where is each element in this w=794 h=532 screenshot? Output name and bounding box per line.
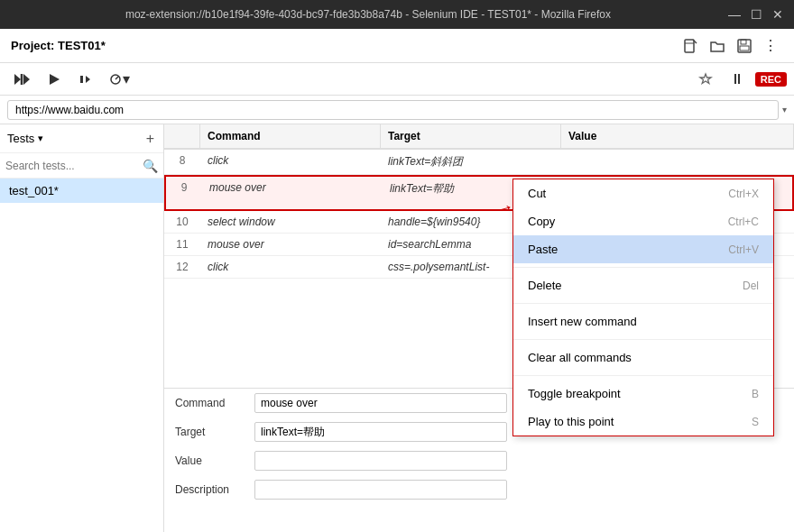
paste-label: Paste <box>528 243 558 256</box>
cell-row-num: 12 <box>164 256 200 278</box>
svg-marker-6 <box>14 74 21 85</box>
new-file-button[interactable] <box>677 34 704 58</box>
project-label: Project: <box>11 39 54 52</box>
feedback-icon <box>697 71 714 87</box>
project-name: TEST01* <box>58 39 106 52</box>
cell-command: select window <box>200 211 381 233</box>
paste-shortcut: Ctrl+V <box>728 243 759 256</box>
dislike-button[interactable] <box>692 68 719 91</box>
url-input[interactable] <box>7 100 779 120</box>
col-value: Value <box>561 124 794 148</box>
copy-label: Copy <box>528 215 555 228</box>
cut-label: Cut <box>528 187 546 200</box>
value-label: Value <box>175 454 247 467</box>
titlebar-title: moz-extension://b10e1f94-39fe-403d-bc97-… <box>9 8 727 21</box>
cell-row-num: 11 <box>164 234 200 255</box>
run-all-button[interactable] <box>7 69 36 90</box>
play-to-point-label: Play to this point <box>528 415 614 428</box>
titlebar-controls: — ☐ ✕ <box>727 7 785 22</box>
app-header: Project: TEST01* ⋮ <box>0 29 794 63</box>
minimize-button[interactable]: — <box>727 7 742 22</box>
sidebar-tests-label: Tests <box>7 132 34 145</box>
context-menu-play-to-point[interactable]: Play to this point S <box>513 408 773 436</box>
svg-marker-9 <box>50 74 60 85</box>
save-icon <box>736 38 752 54</box>
menu-divider-4 <box>513 375 773 376</box>
toggle-breakpoint-shortcut: B <box>752 388 759 400</box>
play-to-point-shortcut: S <box>752 416 759 428</box>
close-button[interactable]: ✕ <box>771 7 785 22</box>
cut-shortcut: Ctrl+X <box>728 188 759 200</box>
context-menu-toggle-breakpoint[interactable]: Toggle breakpoint B <box>513 380 773 408</box>
form-row-description: Description <box>164 475 794 504</box>
col-command: Command <box>200 124 381 148</box>
cell-value <box>561 150 794 174</box>
more-options-button[interactable]: ⋮ <box>758 33 783 58</box>
open-folder-icon <box>709 38 725 54</box>
menu-divider-2 <box>513 303 773 304</box>
context-menu-insert[interactable]: Insert new command <box>513 307 773 335</box>
context-menu-paste[interactable]: Paste Ctrl+V <box>513 235 773 263</box>
menu-divider-3 <box>513 339 773 340</box>
sidebar-item-label: test_001* <box>9 184 59 197</box>
toolbar: ▾ ⏸ REC <box>0 63 794 96</box>
titlebar: moz-extension://b10e1f94-39fe-403d-bc97-… <box>0 0 794 29</box>
sidebar-chevron[interactable]: ▾ <box>38 133 43 144</box>
description-input[interactable] <box>254 480 507 500</box>
context-menu-delete[interactable]: Delete Del <box>513 271 773 299</box>
add-test-button[interactable]: + <box>144 129 156 149</box>
sidebar-header: Tests ▾ + <box>0 124 163 153</box>
delete-shortcut: Del <box>743 280 759 292</box>
context-menu-cut[interactable]: Cut Ctrl+X <box>513 179 773 207</box>
maximize-button[interactable]: ☐ <box>749 7 763 22</box>
description-label: Description <box>175 483 247 496</box>
svg-rect-5 <box>740 46 749 50</box>
cell-row-num: 8 <box>164 150 200 174</box>
clear-label: Clear all commands <box>528 351 632 364</box>
save-button[interactable] <box>731 34 758 58</box>
cell-command: click <box>200 150 381 174</box>
command-input[interactable] <box>254 393 507 413</box>
value-input[interactable] <box>254 451 507 471</box>
table-row[interactable]: 8 click linkText=斜斜团 <box>164 150 794 175</box>
svg-marker-11 <box>86 76 90 83</box>
sidebar-item-test001[interactable]: test_001* <box>0 179 163 203</box>
pause-button[interactable]: ⏸ <box>725 68 750 91</box>
stop-button[interactable] <box>72 69 97 90</box>
cell-row-num: 9 <box>166 177 202 209</box>
col-target: Target <box>381 124 561 148</box>
svg-marker-8 <box>23 74 30 85</box>
col-num <box>164 124 200 148</box>
urlbar-chevron[interactable]: ▾ <box>782 105 787 115</box>
form-row-value: Value <box>164 446 794 475</box>
run-icon <box>47 72 61 87</box>
search-icon: 🔍 <box>143 159 158 173</box>
toggle-breakpoint-label: Toggle breakpoint <box>528 387 621 400</box>
context-menu-clear[interactable]: Clear all commands <box>513 344 773 371</box>
svg-line-13 <box>115 77 118 79</box>
toolbar-right: ⏸ REC <box>692 68 787 91</box>
copy-shortcut: Ctrl+C <box>728 216 759 228</box>
stop-icon <box>78 72 92 87</box>
search-input[interactable] <box>5 160 143 172</box>
delete-label: Delete <box>528 279 562 292</box>
speed-button[interactable]: ▾ <box>103 67 135 91</box>
speed-icon <box>108 72 123 87</box>
run-button[interactable] <box>42 69 67 90</box>
insert-label: Insert new command <box>528 315 637 328</box>
cell-target: linkText=斜斜团 <box>381 150 561 174</box>
table-header: Command Target Value <box>164 124 794 150</box>
run-all-icon <box>13 72 31 87</box>
cell-command: mouse over <box>200 234 381 255</box>
new-file-icon <box>682 38 698 54</box>
cell-command: mouse over <box>202 177 383 209</box>
context-menu: Cut Ctrl+X Copy Ctrl+C Paste Ctrl+V Dele… <box>512 179 774 436</box>
target-input[interactable] <box>254 422 507 442</box>
open-folder-button[interactable] <box>704 34 731 58</box>
urlbar: ▾ <box>0 96 794 124</box>
rec-button[interactable]: REC <box>755 72 787 87</box>
context-menu-copy[interactable]: Copy Ctrl+C <box>513 207 773 235</box>
cell-command: click <box>200 256 381 278</box>
cell-row-num: 10 <box>164 211 200 233</box>
sidebar-search: 🔍 <box>0 153 163 179</box>
